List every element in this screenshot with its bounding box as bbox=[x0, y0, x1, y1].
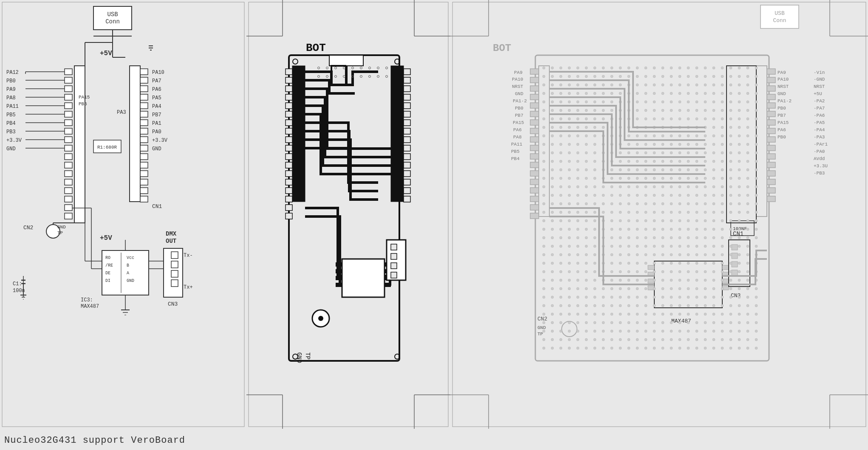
svg-point-1168 bbox=[704, 330, 707, 332]
svg-rect-0 bbox=[0, 0, 246, 429]
svg-point-1011 bbox=[696, 279, 698, 281]
svg-point-527 bbox=[560, 126, 562, 129]
svg-text:C1:: C1: bbox=[13, 281, 22, 287]
svg-point-964 bbox=[738, 262, 741, 264]
svg-point-1151 bbox=[560, 330, 562, 332]
svg-point-939 bbox=[746, 253, 749, 256]
svg-point-612 bbox=[619, 152, 622, 154]
svg-text:+3.3U: +3.3U bbox=[814, 163, 828, 169]
svg-point-587 bbox=[628, 143, 630, 146]
svg-point-931 bbox=[679, 253, 681, 256]
svg-point-427 bbox=[594, 92, 596, 95]
svg-point-466 bbox=[704, 101, 707, 103]
svg-point-589 bbox=[645, 143, 647, 146]
svg-text:OUT: OUT bbox=[166, 238, 176, 245]
svg-point-845 bbox=[611, 228, 613, 231]
svg-point-590 bbox=[653, 143, 656, 146]
svg-point-711 bbox=[577, 186, 579, 188]
svg-rect-254 bbox=[530, 137, 539, 142]
svg-point-683 bbox=[560, 177, 562, 180]
svg-point-1054 bbox=[619, 296, 622, 298]
svg-point-748 bbox=[670, 194, 673, 197]
svg-point-725 bbox=[696, 186, 698, 188]
svg-point-451 bbox=[577, 101, 579, 103]
svg-point-557 bbox=[594, 135, 596, 137]
svg-point-1091 bbox=[712, 304, 715, 307]
svg-point-409 bbox=[662, 84, 664, 86]
svg-point-426 bbox=[585, 92, 588, 95]
svg-point-1036 bbox=[687, 287, 690, 290]
svg-point-792 bbox=[602, 211, 605, 214]
svg-rect-248 bbox=[530, 86, 539, 91]
svg-point-923 bbox=[611, 253, 613, 256]
svg-point-437 bbox=[679, 92, 681, 95]
svg-point-785 bbox=[543, 211, 545, 214]
svg-point-830 bbox=[704, 219, 707, 222]
svg-point-853 bbox=[679, 228, 681, 231]
svg-point-767 bbox=[611, 202, 613, 205]
svg-point-958 bbox=[687, 262, 690, 264]
svg-point-492 bbox=[704, 109, 707, 112]
svg-rect-48 bbox=[65, 111, 72, 117]
svg-point-410 bbox=[670, 84, 673, 86]
svg-point-912 bbox=[738, 245, 741, 248]
svg-point-470 bbox=[738, 101, 741, 103]
svg-text:·PA3: ·PA3 bbox=[814, 135, 825, 140]
svg-point-1226 bbox=[755, 347, 758, 349]
svg-point-942 bbox=[551, 262, 554, 264]
svg-text:·GND: ·GND bbox=[814, 77, 825, 82]
svg-point-737 bbox=[577, 194, 579, 197]
svg-point-734 bbox=[551, 194, 554, 197]
svg-rect-331 bbox=[722, 265, 729, 270]
svg-rect-163 bbox=[286, 145, 292, 151]
svg-point-1033 bbox=[662, 287, 664, 290]
svg-point-1162 bbox=[653, 330, 656, 332]
svg-point-548 bbox=[738, 126, 741, 129]
svg-point-685 bbox=[577, 177, 579, 180]
svg-point-1170 bbox=[721, 330, 724, 332]
svg-rect-107 bbox=[171, 252, 178, 259]
svg-rect-258 bbox=[530, 171, 539, 176]
svg-text:·PAr1: ·PAr1 bbox=[814, 142, 828, 147]
svg-point-841 bbox=[577, 228, 579, 231]
svg-rect-18 bbox=[140, 94, 148, 100]
svg-point-772 bbox=[653, 202, 656, 205]
svg-rect-46 bbox=[65, 94, 72, 100]
svg-point-575 bbox=[746, 135, 749, 137]
svg-point-936 bbox=[721, 253, 724, 256]
svg-point-854 bbox=[687, 228, 690, 231]
svg-point-1214 bbox=[653, 347, 656, 349]
svg-point-819 bbox=[611, 219, 613, 222]
svg-point-652 bbox=[738, 160, 741, 163]
svg-point-500 bbox=[551, 118, 554, 120]
svg-point-1216 bbox=[670, 347, 673, 349]
svg-point-1199 bbox=[746, 338, 749, 341]
svg-point-458 bbox=[636, 101, 639, 103]
svg-point-829 bbox=[696, 219, 698, 222]
svg-point-795 bbox=[628, 211, 630, 214]
svg-point-1113 bbox=[679, 313, 681, 315]
svg-rect-252 bbox=[530, 120, 539, 125]
svg-point-471 bbox=[746, 101, 749, 103]
svg-point-1056 bbox=[636, 296, 639, 298]
svg-point-1045 bbox=[543, 296, 545, 298]
svg-point-468 bbox=[721, 101, 724, 103]
svg-point-919 bbox=[577, 253, 579, 256]
svg-rect-232 bbox=[761, 5, 799, 28]
svg-point-902 bbox=[653, 245, 656, 248]
svg-point-1179 bbox=[577, 338, 579, 341]
svg-text:PB0: PB0 bbox=[515, 106, 523, 111]
svg-text:A: A bbox=[127, 271, 129, 276]
svg-point-732 bbox=[755, 186, 758, 188]
svg-point-1224 bbox=[738, 347, 741, 349]
svg-point-488 bbox=[670, 109, 673, 112]
svg-point-970 bbox=[568, 270, 571, 273]
svg-point-738 bbox=[585, 194, 588, 197]
svg-point-665 bbox=[628, 169, 630, 171]
svg-point-696 bbox=[670, 177, 673, 180]
svg-point-1197 bbox=[729, 338, 732, 341]
svg-point-686 bbox=[585, 177, 588, 180]
svg-point-681 bbox=[543, 177, 545, 180]
svg-point-1129 bbox=[594, 321, 596, 324]
svg-point-474 bbox=[551, 109, 554, 112]
